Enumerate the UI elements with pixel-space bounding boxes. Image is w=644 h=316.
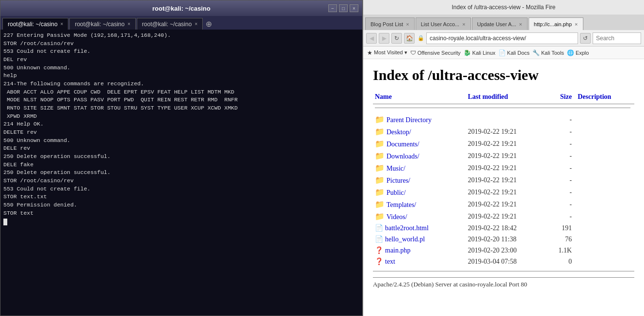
bookmarks-bar: ★ Most Visited ▾ 🛡 Offensive Security 🐉 …: [363, 47, 644, 59]
browser-tab-4[interactable]: http://c...ain.php ×: [529, 17, 583, 30]
folder-icon: 📁: [375, 152, 385, 160]
file-name-cell: 📁Videos/: [373, 210, 466, 222]
terminal-titlebar: root@kali: ~/casino − □ ×: [0, 0, 362, 16]
modified-cell: 2019-02-22 19:21: [466, 198, 547, 210]
terminal-tab-label-2: root@kali: ~/casino: [75, 21, 125, 28]
browser-window-title: Index of /ultra-access-view - Mozilla Fi…: [367, 4, 640, 11]
terminal-tab-close-3[interactable]: ×: [194, 21, 197, 27]
bookmark-kali-tools[interactable]: 🔧 Kali Tools: [532, 49, 564, 56]
size-cell: -: [547, 126, 576, 138]
address-bar[interactable]: [426, 32, 578, 44]
folder-link[interactable]: Pictures/: [386, 177, 410, 184]
bookmark-offensive-security[interactable]: 🛡 Offensive Security: [410, 49, 461, 56]
file-link[interactable]: main.php: [385, 247, 411, 254]
description-cell: [576, 174, 634, 186]
maximize-button[interactable]: □: [339, 4, 348, 12]
size-cell: 76: [547, 234, 576, 245]
terminal-tab-label-1: root@kali: ~/casino: [8, 21, 58, 28]
file-link[interactable]: hello_world.pl: [385, 236, 425, 243]
bookmark-kali-docs[interactable]: 📄 Kali Docs: [499, 49, 530, 56]
description-cell: [576, 210, 634, 222]
folder-link[interactable]: Templates/: [386, 201, 416, 208]
terminal-tab-label-3: root@kali: ~/casino: [142, 21, 192, 28]
browser-titlebar: Index of /ultra-access-view - Mozilla Fi…: [363, 0, 644, 15]
folder-icon: 📁: [375, 176, 385, 184]
file-name-cell: 📁Music/: [373, 162, 466, 174]
size-cell: -: [547, 210, 576, 222]
col-name-header[interactable]: Name: [373, 91, 466, 104]
col-description-header[interactable]: Description: [576, 91, 634, 104]
browser-tab-3[interactable]: Update User A... ×: [472, 17, 528, 30]
table-row: 📁Documents/2019-02-22 19:21-: [373, 138, 634, 150]
home-button[interactable]: 🏠: [404, 33, 415, 44]
table-row: 📁Videos/2019-02-22 19:21-: [373, 210, 634, 222]
search-input[interactable]: [593, 32, 641, 44]
table-row: 📁Pictures/2019-02-22 19:21-: [373, 174, 634, 186]
unknown-file-icon: ❓: [375, 247, 383, 254]
refresh-button[interactable]: ↻: [391, 33, 402, 44]
size-cell: -: [547, 150, 576, 162]
file-icon: 📄: [375, 224, 383, 232]
col-modified-header[interactable]: Last modified: [466, 91, 547, 104]
terminal-tab-3[interactable]: root@kali: ~/casino ×: [137, 18, 203, 30]
browser-content: Index of /ultra-access-view Name Last mo…: [363, 59, 644, 316]
bookmark-kali-linux[interactable]: 🐉 Kali Linux: [464, 49, 496, 56]
description-cell: [576, 138, 634, 150]
bookmark-explore[interactable]: 🌐 Explo: [567, 49, 589, 56]
directory-table: Name Last modified Size Description 📁Par…: [373, 91, 634, 267]
minimize-button[interactable]: −: [328, 4, 337, 12]
modified-cell: 2019-02-22 19:21: [466, 162, 547, 174]
folder-link[interactable]: Downloads/: [386, 153, 419, 160]
browser-tab-close-1[interactable]: ×: [406, 21, 409, 27]
shield-icon: 🛡: [410, 49, 416, 56]
folder-link[interactable]: Music/: [386, 165, 405, 172]
description-cell: [576, 234, 634, 245]
parent-dir-link[interactable]: Parent Directory: [386, 116, 432, 124]
bookmark-label-kali-tools: Kali Tools: [541, 50, 564, 56]
size-cell: 0: [547, 256, 576, 267]
folder-icon: 📁: [375, 127, 385, 136]
browser-tab-label-4: http://c...ain.php: [534, 21, 572, 27]
folder-link[interactable]: Public/: [386, 189, 406, 196]
table-row: 📄battle2root.html2019-02-22 18:42191: [373, 222, 634, 234]
folder-link[interactable]: Videos/: [386, 213, 407, 221]
description-cell: [576, 126, 634, 138]
new-tab-button[interactable]: ⊕: [204, 19, 214, 29]
browser-tab-close-4[interactable]: ×: [575, 21, 578, 27]
folder-link[interactable]: Desktop/: [386, 128, 411, 136]
folder-link[interactable]: Documents/: [386, 141, 419, 148]
file-link[interactable]: battle2root.html: [385, 224, 429, 232]
terminal-tab-close-2[interactable]: ×: [128, 21, 130, 27]
bookmark-most-visited[interactable]: ★ Most Visited ▾: [367, 49, 407, 56]
modified-cell: 2019-02-22 19:21: [466, 186, 547, 198]
file-name-cell: 📁Pictures/: [373, 174, 466, 186]
browser-tab-label-1: Blog Post List: [370, 21, 403, 27]
modified-cell: 2019-02-20 23:00: [466, 245, 547, 256]
size-cell: 191: [547, 222, 576, 234]
bookmark-label-kali-linux: Kali Linux: [472, 50, 496, 56]
browser-tab-close-2[interactable]: ×: [462, 21, 465, 27]
back-button[interactable]: ◀: [366, 33, 377, 44]
reload-button[interactable]: ↺: [580, 33, 591, 44]
table-row: 📁Templates/2019-02-22 19:21-: [373, 198, 634, 210]
terminal-tab-1[interactable]: root@kali: ~/casino ×: [2, 18, 68, 30]
terminal-tab-close-1[interactable]: ×: [61, 21, 64, 27]
browser-tab-1[interactable]: Blog Post List ×: [365, 17, 415, 30]
terminal-tab-2[interactable]: root@kali: ~/casino ×: [69, 18, 135, 30]
col-size-header[interactable]: Size: [547, 91, 576, 104]
table-row: 📁Parent Directory-: [373, 113, 634, 126]
terminal-controls: − □ ×: [328, 4, 358, 12]
browser-tab-2[interactable]: List User Acco... ×: [416, 17, 471, 30]
browser-tab-close-3[interactable]: ×: [519, 21, 522, 27]
bookmark-label-explore: Explo: [576, 50, 589, 56]
terminal-cursor: [3, 219, 7, 225]
modified-cell: 2019-02-20 11:38: [466, 234, 547, 245]
file-link[interactable]: text: [385, 258, 395, 265]
file-icon: 📄: [375, 236, 383, 243]
description-cell: [576, 150, 634, 162]
bookmark-label-kali-docs: Kali Docs: [507, 50, 530, 56]
size-cell: -: [547, 162, 576, 174]
forward-button[interactable]: ▶: [379, 33, 389, 44]
close-button[interactable]: ×: [350, 4, 358, 12]
browser-tab-label-2: List User Acco...: [421, 21, 459, 27]
